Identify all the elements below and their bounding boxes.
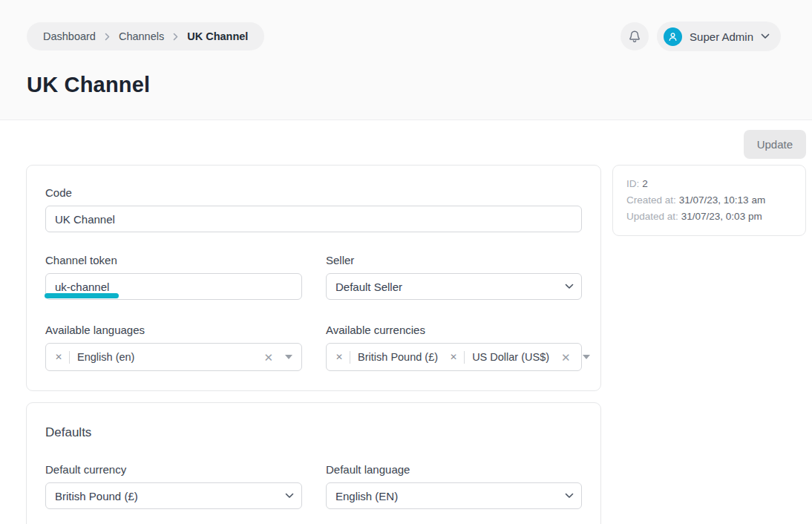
chip-divider xyxy=(69,351,70,364)
default-language-field-group: Default language English (EN) xyxy=(326,463,582,509)
available-currencies-field-group: Available currencies ✕ British Pound (£)… xyxy=(326,324,582,371)
record-id-value: 2 xyxy=(642,178,648,189)
user-name: Super Admin xyxy=(690,30,753,43)
available-currencies-multiselect[interactable]: ✕ British Pound (£) ✕ US Dollar (US$) ✕ xyxy=(326,343,582,371)
channel-token-input[interactable] xyxy=(45,273,302,300)
available-languages-label: Available languages xyxy=(45,324,302,336)
bell-icon xyxy=(628,30,641,44)
notifications-button[interactable] xyxy=(621,22,649,50)
chip-divider xyxy=(350,351,350,364)
update-button[interactable]: Update xyxy=(744,130,806,159)
general-card: Code Channel token Seller Default Seller xyxy=(26,165,601,391)
dropdown-arrow-icon[interactable] xyxy=(285,355,292,359)
remove-chip-icon[interactable]: ✕ xyxy=(55,353,62,361)
clear-all-icon[interactable]: ✕ xyxy=(561,352,571,363)
user-menu-button[interactable]: Super Admin xyxy=(657,22,781,51)
remove-chip-icon[interactable]: ✕ xyxy=(335,353,343,361)
code-label: Code xyxy=(45,186,582,199)
seller-select[interactable]: Default Seller xyxy=(326,273,582,300)
meta-column: ID:2 Created at:31/07/23, 10:13 am Updat… xyxy=(612,165,806,236)
code-input[interactable] xyxy=(45,206,582,232)
default-language-label: Default language xyxy=(326,463,582,476)
seller-field-group: Seller Default Seller xyxy=(326,254,582,300)
default-language-select[interactable]: English (EN) xyxy=(326,482,582,509)
clear-all-icon[interactable]: ✕ xyxy=(263,352,273,363)
user-avatar xyxy=(664,27,682,46)
record-id-row: ID:2 xyxy=(626,176,792,192)
default-currency-field-group: Default currency British Pound (£) xyxy=(45,463,302,509)
default-currency-label: Default currency xyxy=(45,463,302,476)
main-content: Update Code Channel token Seller xyxy=(0,120,812,524)
chevron-right-icon xyxy=(105,33,110,41)
available-languages-multiselect[interactable]: ✕ English (en) ✕ xyxy=(45,343,302,371)
record-id-label: ID: xyxy=(626,178,639,189)
defaults-card: Defaults Default currency British Pound … xyxy=(26,402,601,524)
code-field-group: Code xyxy=(45,186,582,232)
available-currencies-label: Available currencies xyxy=(326,324,582,336)
defaults-section-title: Defaults xyxy=(45,425,582,440)
header-actions: Super Admin xyxy=(621,22,781,51)
remove-chip-icon[interactable]: ✕ xyxy=(450,353,457,361)
chip-label: British Pound (£) xyxy=(358,351,438,363)
dropdown-arrow-icon[interactable] xyxy=(583,355,590,359)
seller-label: Seller xyxy=(326,254,582,266)
chip-label: English (en) xyxy=(77,351,134,363)
created-at-value: 31/07/23, 10:13 am xyxy=(679,194,765,206)
breadcrumb-item-dashboard[interactable]: Dashboard xyxy=(43,30,96,42)
chip-divider xyxy=(464,351,465,364)
channel-token-field-group: Channel token xyxy=(45,254,302,300)
form-column: Code Channel token Seller Default Seller xyxy=(26,165,601,524)
created-at-row: Created at:31/07/23, 10:13 am xyxy=(626,192,792,209)
breadcrumb-item-channels[interactable]: Channels xyxy=(119,30,164,42)
currency-chip: ✕ US Dollar (US$) xyxy=(450,351,549,364)
default-currency-select[interactable]: British Pound (£) xyxy=(45,482,302,509)
updated-at-value: 31/07/23, 0:03 pm xyxy=(681,211,762,222)
chevron-right-icon xyxy=(173,33,178,41)
currency-chip: ✕ British Pound (£) xyxy=(335,351,438,364)
language-chip: ✕ English (en) xyxy=(55,351,134,364)
page-title: UK Channel xyxy=(27,72,781,97)
channel-token-label: Channel token xyxy=(45,254,302,266)
record-info-card: ID:2 Created at:31/07/23, 10:13 am Updat… xyxy=(612,165,806,236)
breadcrumb-item-current: UK Channel xyxy=(187,30,248,42)
updated-at-label: Updated at: xyxy=(626,211,678,222)
chevron-down-icon xyxy=(761,33,770,39)
breadcrumb: Dashboard Channels UK Channel xyxy=(27,22,264,50)
top-header: Dashboard Channels UK Channel xyxy=(0,0,812,120)
updated-at-row: Updated at:31/07/23, 0:03 pm xyxy=(626,209,792,225)
available-languages-field-group: Available languages ✕ English (en) ✕ xyxy=(45,324,302,371)
chip-label: US Dollar (US$) xyxy=(472,351,549,363)
created-at-label: Created at: xyxy=(626,194,676,206)
